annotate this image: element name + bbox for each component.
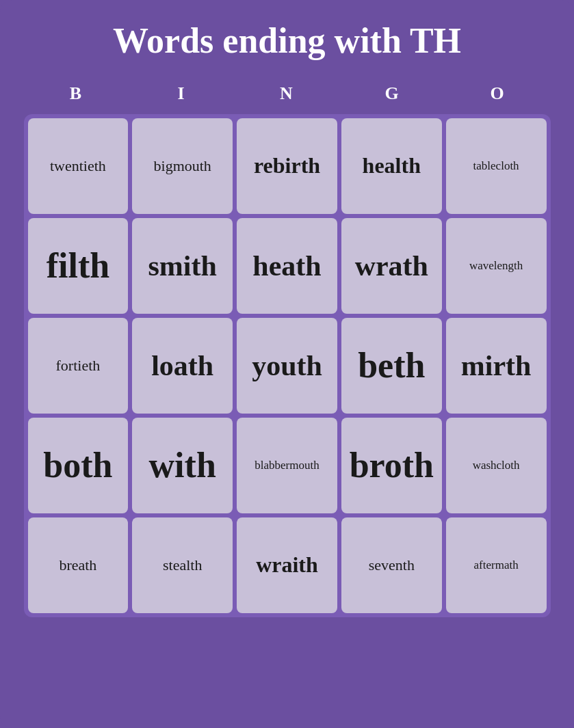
cell-word: breath	[59, 557, 96, 574]
card-title: Words ending with TH	[113, 21, 461, 61]
bingo-cell[interactable]: bigmouth	[132, 118, 233, 214]
cell-word: twentieth	[50, 158, 106, 174]
cell-word: loath	[151, 350, 213, 381]
cell-word: seventh	[369, 557, 415, 574]
cell-word: wavelength	[469, 260, 523, 273]
cell-word: youth	[252, 350, 322, 381]
cell-word: wrath	[355, 250, 428, 282]
header-cell: G	[340, 80, 445, 107]
bingo-cell[interactable]: breath	[28, 517, 129, 613]
bingo-cell[interactable]: loath	[132, 318, 233, 414]
cell-word: bigmouth	[154, 158, 211, 174]
cell-word: rebirth	[254, 154, 320, 178]
bingo-header: BINGO	[24, 80, 551, 107]
cell-word: filth	[47, 246, 109, 285]
cell-word: mirth	[461, 350, 532, 381]
bingo-grid: twentiethbigmouthrebirthhealthtablecloth…	[24, 114, 551, 617]
bingo-cell[interactable]: mirth	[446, 318, 547, 414]
bingo-cell[interactable]: tablecloth	[446, 118, 547, 214]
cell-word: stealth	[163, 557, 202, 574]
cell-word: beth	[358, 346, 425, 385]
bingo-cell[interactable]: heath	[237, 218, 337, 314]
cell-word: fortieth	[56, 358, 101, 374]
cell-word: heath	[252, 250, 321, 282]
bingo-cell[interactable]: filth	[28, 218, 129, 314]
bingo-cell[interactable]: stealth	[132, 517, 233, 613]
bingo-cell[interactable]: twentieth	[28, 118, 129, 214]
header-cell: N	[235, 80, 340, 107]
bingo-cell[interactable]: seventh	[341, 517, 442, 613]
bingo-cell[interactable]: smith	[132, 218, 233, 314]
cell-word: blabbermouth	[255, 459, 319, 472]
header-cell: B	[24, 80, 129, 107]
bingo-cell[interactable]: blabbermouth	[237, 418, 337, 513]
header-cell: O	[445, 80, 551, 107]
cell-word: tablecloth	[473, 160, 519, 173]
bingo-cell[interactable]: wrath	[341, 218, 442, 314]
header-cell: I	[129, 80, 235, 107]
bingo-card: Words ending with TH BINGO twentiethbigm…	[0, 0, 574, 728]
bingo-cell[interactable]: wraith	[237, 517, 337, 613]
bingo-cell[interactable]: washcloth	[446, 418, 547, 513]
cell-word: with	[149, 446, 216, 485]
cell-word: washcloth	[473, 459, 520, 472]
bingo-cell[interactable]: wavelength	[446, 218, 547, 314]
cell-word: health	[363, 154, 421, 178]
bingo-cell[interactable]: rebirth	[237, 118, 337, 214]
cell-word: broth	[350, 446, 434, 485]
cell-word: wraith	[256, 553, 318, 577]
bingo-cell[interactable]: broth	[341, 418, 442, 513]
bingo-cell[interactable]: beth	[341, 318, 442, 414]
cell-word: smith	[148, 250, 217, 282]
bingo-cell[interactable]: youth	[237, 318, 337, 414]
cell-word: aftermath	[474, 559, 519, 572]
cell-word: both	[43, 446, 112, 485]
bingo-cell[interactable]: both	[28, 418, 129, 513]
bingo-cell[interactable]: with	[132, 418, 233, 513]
bingo-cell[interactable]: aftermath	[446, 517, 547, 613]
bingo-cell[interactable]: health	[341, 118, 442, 214]
bingo-cell[interactable]: fortieth	[28, 318, 129, 414]
